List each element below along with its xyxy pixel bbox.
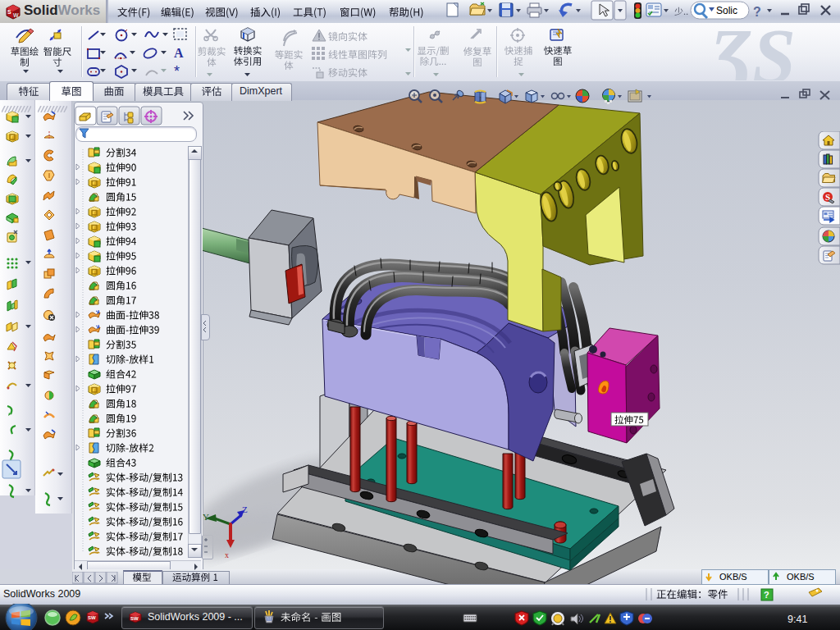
svg-text:SW: SW (130, 616, 139, 621)
svg-text:?: ? (764, 590, 769, 600)
svg-text:Z: Z (242, 504, 248, 514)
svg-text:Y: Y (203, 512, 209, 522)
svg-text:9:41: 9:41 (788, 614, 807, 625)
svg-text:x: x (225, 550, 229, 559)
svg-text:SW: SW (88, 615, 96, 620)
